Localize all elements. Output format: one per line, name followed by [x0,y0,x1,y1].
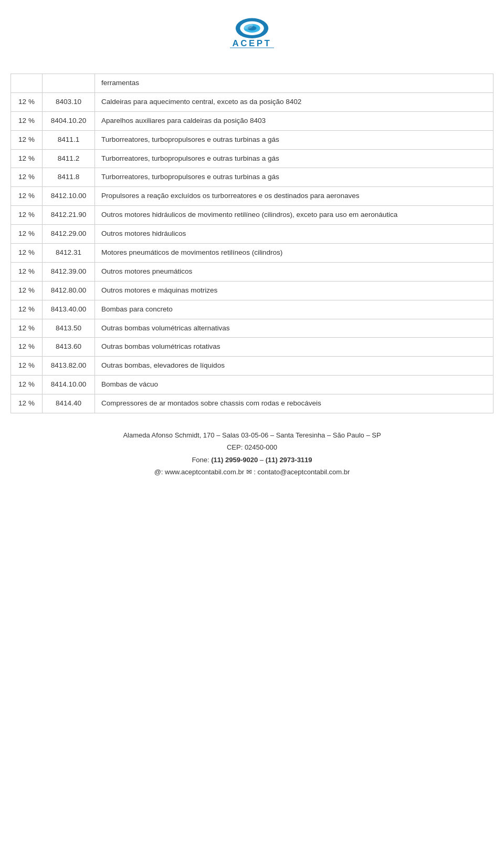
cell-description: Motores pneumáticos de movimentos retilí… [95,244,494,263]
cell-description: Turborreatores, turbopropulsores e outra… [95,149,494,168]
footer-phone-sep: – [260,456,266,464]
cell-description: Outros motores hidráulicos [95,225,494,244]
table-row: 12 %8411.1Turborreatores, turbopropulsor… [11,130,494,149]
items-table: ferramentas12 %8403.10Caldeiras para aqu… [10,74,494,413]
footer-phone2: (11) 2973-3119 [266,456,312,464]
cell-code: 8412.10.00 [43,187,95,206]
cell-description: Bombas de vácuo [95,376,494,394]
table-row: 12 %8404.10.20Aparelhos auxiliares para … [11,111,494,130]
cell-code: 8412.31 [43,244,95,263]
footer-address: Alameda Afonso Schmidt, 170 – Salas 03-0… [123,429,381,441]
footer-web: @: www.aceptcontabil.com.br [154,468,244,476]
cell-description: Outras bombas volumétricas alternativas [95,319,494,338]
cell-code: 8404.10.20 [43,111,95,130]
cell-percent: 12 % [11,206,43,225]
cell-percent: 12 % [11,225,43,244]
cell-description: Compressores de ar montados sobre chassi… [95,394,494,413]
table-row: 12 %8413.40.00Bombas para concreto [11,300,494,319]
logo-area: ACEPT [220,16,284,58]
footer-cep: CEP: 02450-000 [123,441,381,453]
table-row: 12 %8413.60Outras bombas volumétricas ro… [11,338,494,357]
cell-code: 8414.40 [43,394,95,413]
table-row: 12 %8412.10.00Propulsores a reação exclu… [11,187,494,206]
cell-percent: 12 % [11,130,43,149]
table-row: 12 %8413.50Outras bombas volumétricas al… [11,319,494,338]
table-row: 12 %8411.2Turborreatores, turbopropulsor… [11,149,494,168]
cell-description: Aparelhos auxiliares para caldeiras da p… [95,111,494,130]
page: ACEPT ferramentas12 %8403.10Caldeiras pa… [0,0,504,843]
cell-description: Propulsores a reação excluídos os turbor… [95,187,494,206]
cell-description: Bombas para concreto [95,300,494,319]
svg-text:ACEPT: ACEPT [233,38,272,48]
cell-percent: 12 % [11,111,43,130]
cell-percent: 12 % [11,187,43,206]
cell-code [43,74,95,93]
table-row: 12 %8413.82.00Outras bombas, elevadores … [11,357,494,376]
cell-code: 8403.10 [43,92,95,111]
footer-phone1: (11) 2959-9020 [211,456,258,464]
cell-percent [11,74,43,93]
cell-percent: 12 % [11,168,43,187]
table-row: ferramentas [11,74,494,93]
cell-code: 8413.82.00 [43,357,95,376]
footer-email: contato@aceptcontabil.com.br [258,468,350,476]
cell-percent: 12 % [11,262,43,281]
footer-phone-label: Fone: [192,456,209,464]
cell-percent: 12 % [11,149,43,168]
cell-description: Outros motores e máquinas motrizes [95,281,494,300]
cell-description: Outros motores pneumáticos [95,262,494,281]
cell-percent: 12 % [11,300,43,319]
cell-description: Turborreatores, turbopropulsores e outra… [95,168,494,187]
cell-percent: 12 % [11,244,43,263]
acept-logo-icon: ACEPT [220,16,284,58]
cell-percent: 12 % [11,394,43,413]
table-row: 12 %8411.8Turborreatores, turbopropulsor… [11,168,494,187]
table-row: 12 %8403.10Caldeiras para aquecimento ce… [11,92,494,111]
cell-percent: 12 % [11,319,43,338]
table-row: 12 %8412.39.00Outros motores pneumáticos [11,262,494,281]
cell-code: 8414.10.00 [43,376,95,394]
cell-percent: 12 % [11,357,43,376]
table-row: 12 %8414.40Compressores de ar montados s… [11,394,494,413]
table-row: 12 %8412.29.00Outros motores hidráulicos [11,225,494,244]
footer: Alameda Afonso Schmidt, 170 – Salas 03-0… [123,429,381,489]
cell-description: Caldeiras para aquecimento central, exce… [95,92,494,111]
cell-percent: 12 % [11,338,43,357]
table-row: 12 %8412.80.00Outros motores e máquinas … [11,281,494,300]
cell-code: 8412.21.90 [43,206,95,225]
footer-envelope-icon: ✉ : [246,468,258,476]
footer-contact: @: www.aceptcontabil.com.br ✉ : contato@… [123,466,381,478]
cell-description: Outras bombas, elevadores de líquidos [95,357,494,376]
cell-code: 8411.2 [43,149,95,168]
cell-description: ferramentas [95,74,494,93]
table-row: 12 %8414.10.00Bombas de vácuo [11,376,494,394]
data-table-container: ferramentas12 %8403.10Caldeiras para aqu… [10,74,494,413]
cell-code: 8413.50 [43,319,95,338]
footer-phone: Fone: (11) 2959-9020 – (11) 2973-3119 [123,454,381,466]
table-row: 12 %8412.21.90Outros motores hidráulicos… [11,206,494,225]
cell-percent: 12 % [11,281,43,300]
cell-percent: 12 % [11,376,43,394]
cell-description: Turborreatores, turbopropulsores e outra… [95,130,494,149]
cell-code: 8411.1 [43,130,95,149]
cell-code: 8411.8 [43,168,95,187]
cell-percent: 12 % [11,92,43,111]
cell-code: 8413.40.00 [43,300,95,319]
cell-code: 8412.39.00 [43,262,95,281]
cell-code: 8412.29.00 [43,225,95,244]
cell-code: 8412.80.00 [43,281,95,300]
svg-point-4 [242,23,253,29]
cell-description: Outros motores hidráulicos de movimento … [95,206,494,225]
table-row: 12 %8412.31Motores pneumáticos de movime… [11,244,494,263]
cell-code: 8413.60 [43,338,95,357]
cell-description: Outras bombas volumétricas rotativas [95,338,494,357]
